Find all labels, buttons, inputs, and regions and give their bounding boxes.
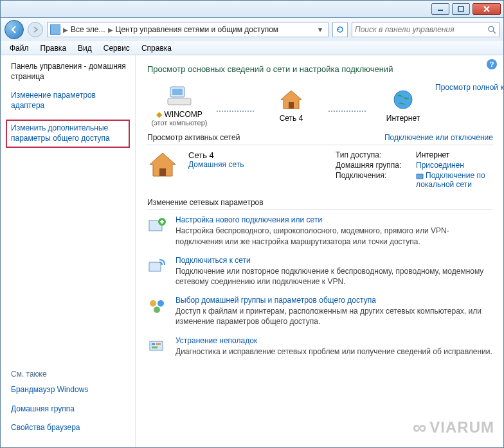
- breadcrumb-item[interactable]: Центр управления сетями и общим доступом: [116, 25, 279, 34]
- svg-line-2: [484, 6, 489, 12]
- svg-rect-23: [156, 343, 161, 345]
- svg-rect-1: [458, 6, 464, 12]
- node-this-pc: ◆ WINCOMP (этот компьютер): [147, 83, 212, 127]
- svg-rect-11: [159, 168, 166, 176]
- svg-point-18: [150, 300, 156, 307]
- svg-rect-8: [168, 98, 191, 105]
- option-desc: Подключение или повторное подключение к …: [176, 266, 493, 287]
- option-troubleshoot[interactable]: Устранение неполадок Диагностика и испра…: [147, 336, 493, 357]
- connect-icon: [147, 256, 168, 276]
- maximize-button[interactable]: [452, 3, 470, 15]
- connection-link[interactable]: Подключение по локальной сети: [416, 171, 493, 189]
- homegroup-icon: [147, 296, 168, 316]
- back-button[interactable]: [4, 20, 24, 39]
- infinity-icon: ∞: [413, 417, 427, 438]
- sidebar-advanced-sharing-link[interactable]: Изменить дополнительные параметры общего…: [6, 120, 130, 147]
- globe-icon: [389, 87, 417, 112]
- new-connection-icon: [147, 215, 168, 236]
- shield-icon: ◆: [156, 110, 162, 119]
- network-map: ◆ WINCOMP (этот компьютер) Сеть 4 Интерн…: [147, 83, 493, 127]
- active-network-block: Сеть 4 Домашняя сеть Тип доступа:Интерне…: [147, 150, 493, 190]
- option-title[interactable]: Выбор домашней группы и параметров общег…: [176, 296, 493, 305]
- house-icon: [277, 87, 305, 112]
- network-type-link[interactable]: Домашняя сеть: [188, 160, 244, 169]
- see-also-heading: См. также: [11, 370, 127, 379]
- address-bar-row: ▶ Все эле... ▶ Центр управления сетями и…: [0, 18, 504, 41]
- sidebar: Панель управления - домашняя страница Из…: [1, 55, 136, 447]
- search-input[interactable]: [355, 25, 487, 34]
- svg-rect-24: [152, 346, 158, 348]
- node-network: Сеть 4: [259, 87, 323, 123]
- option-homegroup[interactable]: Выбор домашней группы и параметров общег…: [147, 296, 493, 327]
- troubleshoot-icon: [147, 336, 168, 357]
- connector-line: [328, 111, 366, 112]
- chevron-right-icon: ▶: [107, 26, 114, 33]
- svg-rect-7: [172, 89, 183, 95]
- option-desc: Настройка беспроводного, широкополосного…: [176, 226, 493, 246]
- active-networks-heading: Просмотр активных сетей: [147, 133, 240, 142]
- svg-rect-9: [289, 102, 294, 109]
- option-new-connection[interactable]: Настройка нового подключения или сети На…: [147, 215, 493, 246]
- sidebar-browser-link[interactable]: Свойства браузера: [11, 423, 127, 433]
- sidebar-homegroup-link[interactable]: Домашняя группа: [11, 404, 127, 415]
- page-title: Просмотр основных сведений о сети и наст…: [147, 64, 493, 74]
- control-panel-icon: [50, 24, 60, 35]
- menu-tools[interactable]: Сервис: [98, 42, 135, 54]
- svg-line-5: [493, 31, 496, 33]
- option-title[interactable]: Подключиться к сети: [176, 256, 493, 265]
- sidebar-home-link[interactable]: Панель управления - домашняя страница: [11, 62, 127, 82]
- menu-view[interactable]: Вид: [73, 42, 97, 54]
- homegroup-status-link[interactable]: Присоединен: [416, 161, 493, 170]
- forward-button[interactable]: [28, 22, 43, 37]
- refresh-button[interactable]: [332, 22, 348, 37]
- node-internet: Интернет: [371, 87, 435, 123]
- window-titlebar: [0, 0, 504, 18]
- svg-point-20: [154, 307, 160, 313]
- connector-line: [217, 111, 254, 112]
- search-box[interactable]: [352, 22, 500, 37]
- sidebar-firewall-link[interactable]: Брандмауэр Windows: [11, 385, 127, 395]
- svg-rect-21: [150, 341, 163, 350]
- ethernet-icon: [416, 172, 424, 180]
- option-desc: Доступ к файлам и принтерам, расположенн…: [176, 306, 493, 327]
- close-button[interactable]: [473, 3, 501, 15]
- option-connect-network[interactable]: Подключиться к сети Подключение или повт…: [147, 256, 493, 287]
- svg-point-10: [394, 91, 412, 109]
- option-desc: Диагностика и исправление сетевых пробле…: [176, 346, 493, 357]
- svg-rect-22: [152, 343, 155, 345]
- house-icon: [147, 150, 178, 190]
- minimize-button[interactable]: [431, 3, 449, 15]
- breadcrumb-dropdown[interactable]: ▾: [315, 25, 325, 34]
- breadcrumb-item[interactable]: Все эле...: [71, 25, 105, 34]
- chevron-right-icon: ▶: [62, 26, 69, 33]
- option-title[interactable]: Настройка нового подключения или сети: [176, 215, 493, 224]
- change-settings-heading: Изменение сетевых параметров: [147, 198, 493, 207]
- svg-line-3: [484, 6, 489, 12]
- menu-edit[interactable]: Правка: [35, 42, 72, 54]
- main-panel: ? Просмотр основных сведений о сети и на…: [136, 55, 503, 447]
- menu-help[interactable]: Справка: [136, 42, 177, 54]
- help-icon[interactable]: ?: [487, 59, 497, 69]
- connect-disconnect-link[interactable]: Подключение или отключение: [384, 133, 493, 142]
- view-full-map-link[interactable]: Просмотр полной карты: [435, 83, 503, 92]
- content-area: Панель управления - домашняя страница Из…: [0, 55, 504, 448]
- watermark: ∞VIARUM: [413, 417, 494, 438]
- menu-file[interactable]: Файл: [4, 42, 34, 54]
- svg-point-19: [158, 300, 164, 307]
- svg-point-4: [489, 26, 494, 31]
- network-name: Сеть 4: [188, 150, 244, 160]
- computer-icon: [165, 83, 194, 109]
- search-icon: [487, 25, 496, 34]
- svg-rect-12: [417, 174, 423, 179]
- svg-rect-17: [149, 262, 161, 271]
- option-title[interactable]: Устранение неполадок: [176, 336, 493, 345]
- network-properties: Тип доступа:Интернет Домашняя группа:При…: [336, 150, 493, 190]
- breadcrumb[interactable]: ▶ Все эле... ▶ Центр управления сетями и…: [47, 22, 328, 37]
- menu-bar: Файл Правка Вид Сервис Справка: [0, 41, 504, 55]
- sidebar-adapter-link[interactable]: Изменение параметров адаптера: [11, 91, 127, 111]
